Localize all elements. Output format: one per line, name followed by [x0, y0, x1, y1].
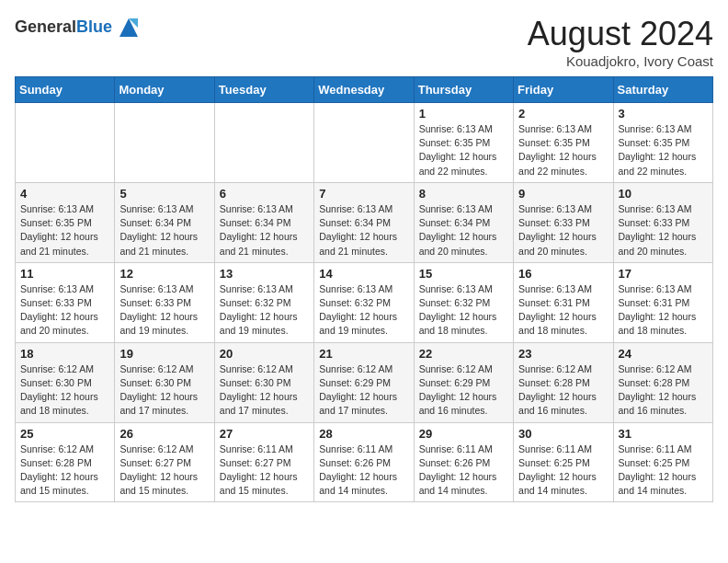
- calendar-week-row: 25Sunrise: 6:12 AM Sunset: 6:28 PM Dayli…: [16, 422, 713, 502]
- calendar-cell: 20Sunrise: 6:12 AM Sunset: 6:30 PM Dayli…: [214, 342, 313, 422]
- day-info: Sunrise: 6:12 AM Sunset: 6:27 PM Dayligh…: [119, 442, 209, 499]
- calendar-week-row: 11Sunrise: 6:13 AM Sunset: 6:33 PM Dayli…: [16, 262, 713, 342]
- calendar-cell: 24Sunrise: 6:12 AM Sunset: 6:28 PM Dayli…: [613, 342, 712, 422]
- calendar-cell: 25Sunrise: 6:12 AM Sunset: 6:28 PM Dayli…: [16, 422, 115, 502]
- calendar-cell: 5Sunrise: 6:13 AM Sunset: 6:34 PM Daylig…: [115, 182, 214, 262]
- calendar-cell: 3Sunrise: 6:13 AM Sunset: 6:35 PM Daylig…: [613, 103, 712, 183]
- day-number: 7: [319, 187, 408, 201]
- day-info: Sunrise: 6:12 AM Sunset: 6:30 PM Dayligh…: [119, 362, 209, 419]
- day-info: Sunrise: 6:12 AM Sunset: 6:29 PM Dayligh…: [319, 362, 408, 419]
- calendar-cell: 7Sunrise: 6:13 AM Sunset: 6:34 PM Daylig…: [314, 182, 414, 262]
- day-number: 10: [619, 187, 708, 201]
- calendar-cell: 17Sunrise: 6:13 AM Sunset: 6:31 PM Dayli…: [613, 262, 712, 342]
- calendar-week-row: 18Sunrise: 6:12 AM Sunset: 6:30 PM Dayli…: [16, 342, 713, 422]
- calendar-cell: 15Sunrise: 6:13 AM Sunset: 6:32 PM Dayli…: [414, 262, 513, 342]
- day-info: Sunrise: 6:11 AM Sunset: 6:26 PM Dayligh…: [419, 442, 508, 499]
- day-info: Sunrise: 6:11 AM Sunset: 6:26 PM Dayligh…: [319, 442, 408, 499]
- day-info: Sunrise: 6:13 AM Sunset: 6:35 PM Dayligh…: [518, 122, 608, 178]
- day-info: Sunrise: 6:13 AM Sunset: 6:31 PM Dayligh…: [518, 282, 608, 339]
- day-number: 8: [419, 187, 508, 201]
- calendar-cell: 29Sunrise: 6:11 AM Sunset: 6:26 PM Dayli…: [414, 422, 513, 502]
- calendar-cell: 14Sunrise: 6:13 AM Sunset: 6:32 PM Dayli…: [314, 262, 414, 342]
- calendar-cell: 19Sunrise: 6:12 AM Sunset: 6:30 PM Dayli…: [115, 342, 214, 422]
- day-number: 26: [119, 427, 209, 441]
- day-number: 24: [619, 347, 708, 361]
- day-info: Sunrise: 6:13 AM Sunset: 6:32 PM Dayligh…: [220, 282, 309, 339]
- day-info: Sunrise: 6:12 AM Sunset: 6:28 PM Dayligh…: [619, 362, 708, 419]
- day-number: 4: [20, 187, 109, 201]
- logo-general: General: [15, 17, 76, 36]
- calendar-cell: 12Sunrise: 6:13 AM Sunset: 6:33 PM Dayli…: [115, 262, 214, 342]
- calendar-cell: [314, 103, 414, 183]
- day-number: 28: [319, 427, 408, 441]
- day-number: 9: [518, 187, 608, 201]
- day-number: 13: [220, 267, 309, 281]
- logo-blue: Blue: [76, 17, 112, 36]
- day-of-week-header: Tuesday: [214, 77, 313, 103]
- day-number: 15: [419, 267, 508, 281]
- calendar-cell: 6Sunrise: 6:13 AM Sunset: 6:34 PM Daylig…: [214, 182, 313, 262]
- day-number: 12: [119, 267, 209, 281]
- day-number: 20: [220, 347, 309, 361]
- day-number: 6: [220, 187, 309, 201]
- day-number: 2: [518, 107, 608, 121]
- day-info: Sunrise: 6:11 AM Sunset: 6:27 PM Dayligh…: [220, 442, 309, 499]
- day-info: Sunrise: 6:13 AM Sunset: 6:35 PM Dayligh…: [419, 122, 508, 178]
- day-number: 21: [319, 347, 408, 361]
- calendar-cell: 13Sunrise: 6:13 AM Sunset: 6:32 PM Dayli…: [214, 262, 313, 342]
- logo: GeneralBlue: [15, 15, 142, 40]
- calendar-cell: 4Sunrise: 6:13 AM Sunset: 6:35 PM Daylig…: [16, 182, 115, 262]
- day-info: Sunrise: 6:13 AM Sunset: 6:32 PM Dayligh…: [319, 282, 408, 339]
- day-info: Sunrise: 6:13 AM Sunset: 6:32 PM Dayligh…: [419, 282, 508, 339]
- day-of-week-header: Monday: [115, 77, 214, 103]
- day-number: 3: [619, 107, 708, 121]
- day-number: 5: [119, 187, 209, 201]
- day-of-week-header: Saturday: [613, 77, 712, 103]
- calendar-cell: 11Sunrise: 6:13 AM Sunset: 6:33 PM Dayli…: [16, 262, 115, 342]
- day-number: 22: [419, 347, 508, 361]
- day-number: 1: [419, 107, 508, 121]
- day-number: 31: [619, 427, 708, 441]
- day-info: Sunrise: 6:13 AM Sunset: 6:33 PM Dayligh…: [619, 202, 708, 259]
- calendar-cell: 30Sunrise: 6:11 AM Sunset: 6:25 PM Dayli…: [514, 422, 613, 502]
- day-number: 17: [619, 267, 708, 281]
- day-info: Sunrise: 6:12 AM Sunset: 6:28 PM Dayligh…: [518, 362, 608, 419]
- day-number: 18: [20, 347, 109, 361]
- calendar-cell: 9Sunrise: 6:13 AM Sunset: 6:33 PM Daylig…: [514, 182, 613, 262]
- calendar-cell: 21Sunrise: 6:12 AM Sunset: 6:29 PM Dayli…: [314, 342, 414, 422]
- day-info: Sunrise: 6:13 AM Sunset: 6:35 PM Dayligh…: [619, 122, 708, 178]
- day-info: Sunrise: 6:13 AM Sunset: 6:33 PM Dayligh…: [20, 282, 109, 339]
- day-of-week-header: Friday: [514, 77, 613, 103]
- day-info: Sunrise: 6:13 AM Sunset: 6:33 PM Dayligh…: [119, 282, 209, 339]
- calendar-table: SundayMondayTuesdayWednesdayThursdayFrid…: [15, 76, 713, 502]
- title-block: August 2024 Kouadjokro, Ivory Coast: [528, 15, 713, 69]
- day-number: 11: [20, 267, 109, 281]
- sub-title: Kouadjokro, Ivory Coast: [528, 53, 713, 69]
- day-info: Sunrise: 6:11 AM Sunset: 6:25 PM Dayligh…: [619, 442, 708, 499]
- day-info: Sunrise: 6:12 AM Sunset: 6:30 PM Dayligh…: [20, 362, 109, 419]
- day-info: Sunrise: 6:11 AM Sunset: 6:25 PM Dayligh…: [518, 442, 608, 499]
- calendar-cell: 26Sunrise: 6:12 AM Sunset: 6:27 PM Dayli…: [115, 422, 214, 502]
- day-info: Sunrise: 6:13 AM Sunset: 6:34 PM Dayligh…: [319, 202, 408, 259]
- main-title: August 2024: [528, 15, 713, 53]
- day-number: 27: [220, 427, 309, 441]
- calendar-cell: 23Sunrise: 6:12 AM Sunset: 6:28 PM Dayli…: [514, 342, 613, 422]
- day-number: 19: [119, 347, 209, 361]
- day-info: Sunrise: 6:13 AM Sunset: 6:31 PM Dayligh…: [619, 282, 708, 339]
- day-info: Sunrise: 6:12 AM Sunset: 6:29 PM Dayligh…: [419, 362, 508, 419]
- logo-icon: [116, 15, 142, 40]
- day-number: 23: [518, 347, 608, 361]
- day-number: 16: [518, 267, 608, 281]
- calendar-cell: 16Sunrise: 6:13 AM Sunset: 6:31 PM Dayli…: [514, 262, 613, 342]
- day-number: 30: [518, 427, 608, 441]
- calendar-cell: 8Sunrise: 6:13 AM Sunset: 6:34 PM Daylig…: [414, 182, 513, 262]
- day-info: Sunrise: 6:12 AM Sunset: 6:28 PM Dayligh…: [20, 442, 109, 499]
- day-info: Sunrise: 6:13 AM Sunset: 6:34 PM Dayligh…: [220, 202, 309, 259]
- day-info: Sunrise: 6:13 AM Sunset: 6:35 PM Dayligh…: [20, 202, 109, 259]
- calendar-header-row: SundayMondayTuesdayWednesdayThursdayFrid…: [16, 77, 713, 103]
- calendar-cell: 2Sunrise: 6:13 AM Sunset: 6:35 PM Daylig…: [514, 103, 613, 183]
- calendar-cell: 18Sunrise: 6:12 AM Sunset: 6:30 PM Dayli…: [16, 342, 115, 422]
- page-header: GeneralBlue August 2024 Kouadjokro, Ivor…: [15, 15, 713, 69]
- calendar-cell: 22Sunrise: 6:12 AM Sunset: 6:29 PM Dayli…: [414, 342, 513, 422]
- day-info: Sunrise: 6:13 AM Sunset: 6:34 PM Dayligh…: [419, 202, 508, 259]
